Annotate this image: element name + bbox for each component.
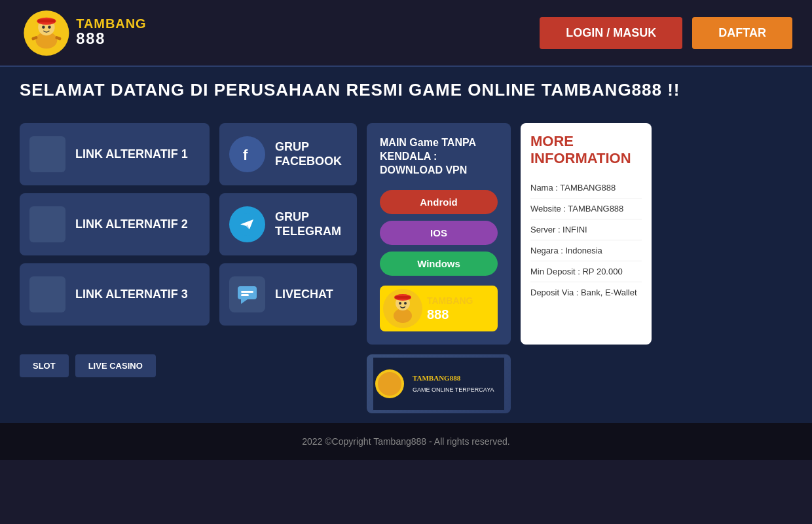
svg-rect-16: [241, 294, 249, 296]
main-content: LINK ALTERNATIF 1 LINK ALTERNATIF 2 LINK…: [0, 113, 812, 354]
welcome-text: SELAMAT DATANG DI PERUSAHAAN RESMI GAME …: [20, 80, 680, 100]
info-negara[interactable]: Negara : Indonesia: [530, 240, 642, 261]
facebook-label: GRUP FACEBOOK: [275, 140, 347, 168]
link-alt-3[interactable]: LINK ALTERNATIF 3: [20, 263, 210, 326]
link-icon-3: [29, 276, 65, 312]
svg-point-28: [378, 372, 401, 396]
livechat-card[interactable]: LIVECHAT: [219, 263, 357, 326]
logo-area: TAMBANG 888: [20, 9, 151, 58]
footer-text: 2022 ©Copyright Tambang888 - All rights …: [302, 436, 509, 447]
bottom-left-buttons: SLOT LIVE CASINO: [20, 354, 210, 377]
svg-text:TAMBANG: TAMBANG: [76, 16, 146, 31]
telegram-card[interactable]: GRUP TELEGRAM: [219, 193, 357, 255]
live-casino-button[interactable]: LIVE CASINO: [75, 354, 156, 377]
svg-text:TAMBANG: TAMBANG: [427, 295, 473, 306]
links-grid: LINK ALTERNATIF 1 LINK ALTERNATIF 2 LINK…: [20, 123, 210, 345]
info-deposit-via[interactable]: Deposit Via : Bank, E-Wallet: [530, 282, 642, 303]
svg-rect-21: [395, 296, 411, 299]
welcome-banner: SELAMAT DATANG DI PERUSAHAAN RESMI GAME …: [0, 66, 812, 113]
more-info-title: MORE INFORMATION: [530, 133, 642, 168]
daftar-button[interactable]: DAFTAR: [692, 17, 792, 49]
link-icon-1: [29, 136, 65, 172]
social-grid: f GRUP FACEBOOK GRUP TELEGRAM: [219, 123, 357, 345]
game-logo: TAMBANG 888: [380, 286, 498, 331]
more-info-panel: MORE INFORMATION Nama : TAMBANG888 Websi…: [521, 123, 652, 345]
livechat-label: LIVECHAT: [275, 288, 333, 302]
link-label-3: LINK ALTERNATIF 3: [75, 288, 188, 302]
login-button[interactable]: LOGIN / MASUK: [540, 17, 682, 49]
ios-button[interactable]: IOS: [380, 221, 498, 245]
link-icon-2: [29, 206, 65, 242]
info-website[interactable]: Website : TAMBANG888: [530, 198, 642, 219]
livechat-icon: [229, 276, 265, 312]
svg-marker-14: [241, 299, 248, 304]
svg-text:f: f: [243, 147, 248, 163]
svg-text:TAMBANG888: TAMBANG888: [413, 374, 461, 382]
svg-rect-4: [37, 19, 55, 22]
bottom-row: SLOT LIVE CASINO TAMBANG888 GAME ONLINE …: [0, 354, 812, 423]
header-buttons: LOGIN / MASUK DAFTAR: [540, 17, 792, 49]
game-title: MAIN Game TANPA KENDALA : DOWNLOAD VPN: [380, 136, 498, 177]
info-nama[interactable]: Nama : TAMBANG888: [530, 178, 642, 198]
link-label-1: LINK ALTERNATIF 1: [75, 147, 188, 162]
svg-point-23: [404, 302, 407, 305]
link-label-2: LINK ALTERNATIF 2: [75, 217, 188, 232]
svg-point-18: [394, 309, 412, 323]
svg-point-5: [42, 26, 45, 29]
svg-text:888: 888: [427, 307, 449, 322]
game-promo-banner: TAMBANG888 GAME ONLINE TERPERCAYA: [367, 354, 511, 413]
svg-point-22: [399, 302, 401, 305]
telegram-icon: [229, 206, 265, 242]
svg-point-6: [48, 26, 51, 29]
info-server[interactable]: Server : INFINI: [530, 219, 642, 240]
telegram-label: GRUP TELEGRAM: [275, 210, 347, 238]
windows-button[interactable]: Windows: [380, 252, 498, 276]
promo-content: TAMBANG888 GAME ONLINE TERPERCAYA: [367, 354, 511, 413]
link-alt-1[interactable]: LINK ALTERNATIF 1: [20, 123, 210, 185]
svg-text:888: 888: [76, 29, 105, 47]
slot-button[interactable]: SLOT: [20, 354, 69, 377]
game-logo-area: TAMBANG 888: [380, 286, 498, 331]
header: TAMBANG 888 LOGIN / MASUK DAFTAR: [0, 0, 812, 66]
link-alt-2[interactable]: LINK ALTERNATIF 2: [20, 193, 210, 255]
footer: 2022 ©Copyright Tambang888 - All rights …: [0, 423, 812, 460]
android-button[interactable]: Android: [380, 190, 498, 214]
facebook-card[interactable]: f GRUP FACEBOOK: [219, 123, 357, 185]
facebook-icon: f: [229, 136, 265, 172]
site-logo: TAMBANG 888: [20, 9, 151, 58]
svg-rect-15: [241, 291, 253, 293]
svg-text:GAME ONLINE TERPERCAYA: GAME ONLINE TERPERCAYA: [413, 386, 494, 393]
info-min-deposit[interactable]: Min Deposit : RP 20.000: [530, 261, 642, 282]
game-info-panel: MAIN Game TANPA KENDALA : DOWNLOAD VPN A…: [367, 123, 511, 345]
